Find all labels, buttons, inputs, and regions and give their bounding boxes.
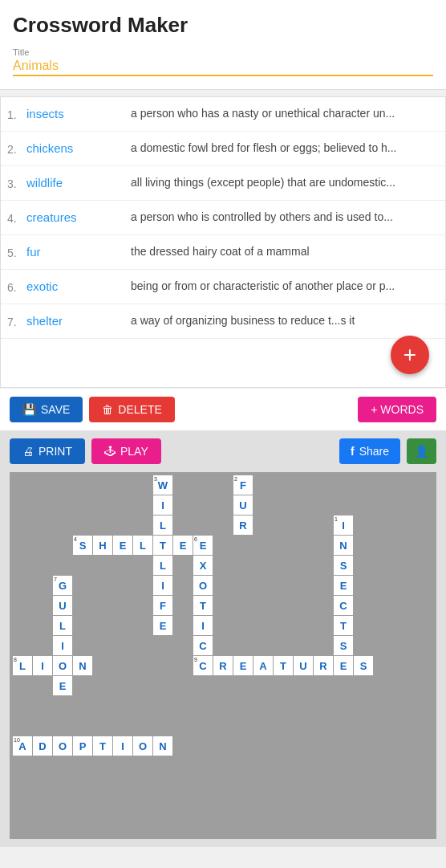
- user-icon: 👤: [415, 445, 428, 458]
- word-row-2: 2. chickens a domestic fowl bred for fle…: [1, 132, 445, 166]
- cell: [434, 776, 436, 796]
- cell: [414, 817, 433, 836]
- share-button[interactable]: f Share: [339, 438, 400, 464]
- cell: [394, 596, 413, 615]
- cell: [233, 556, 253, 575]
- cell: [274, 556, 293, 575]
- cell: [53, 696, 72, 715]
- cell: [53, 475, 72, 495]
- word-clue-6: being or from or characteristic of anoth…: [131, 279, 439, 292]
- cell: [374, 756, 393, 776]
- cell: T: [334, 616, 353, 635]
- delete-button[interactable]: 🗑 DELETE: [89, 397, 174, 422]
- add-words-button[interactable]: + WORDS: [358, 397, 436, 422]
- cell: [314, 495, 333, 515]
- word-text-5[interactable]: fur: [26, 245, 131, 259]
- cell: [13, 536, 32, 555]
- cell: [414, 576, 433, 595]
- cell: [374, 736, 393, 756]
- cell: [213, 817, 233, 836]
- cell: [153, 756, 172, 776]
- cell: [314, 596, 333, 615]
- cell: [394, 676, 413, 695]
- cell: [213, 516, 233, 535]
- word-text-6[interactable]: exotic: [26, 279, 131, 293]
- cell: [73, 636, 92, 655]
- cell: [414, 596, 433, 615]
- cell: [233, 616, 253, 635]
- cell: [173, 556, 193, 575]
- cell: [233, 576, 253, 595]
- cell: [354, 736, 373, 756]
- cell: [294, 616, 313, 635]
- cell: [394, 475, 413, 495]
- cell: [354, 696, 373, 715]
- cell: [33, 616, 52, 635]
- word-text-7[interactable]: shelter: [26, 314, 131, 328]
- cell: [253, 716, 273, 736]
- cell: I: [193, 616, 213, 635]
- cell: [213, 736, 233, 756]
- cell: [33, 516, 52, 535]
- cell: [334, 475, 353, 495]
- cell: [253, 736, 273, 756]
- cell: [314, 536, 333, 555]
- cell: [334, 756, 353, 776]
- cell: [93, 516, 112, 535]
- add-word-fab-button[interactable]: +: [391, 336, 429, 374]
- cell: [193, 756, 213, 776]
- cell: [294, 736, 313, 756]
- cell: [213, 716, 233, 736]
- cell: [33, 475, 52, 495]
- word-text-3[interactable]: wildlife: [26, 176, 131, 189]
- cell: I: [153, 576, 172, 595]
- cell: [133, 636, 152, 655]
- cell: [213, 696, 233, 715]
- play-button[interactable]: 🕹 PLAY: [91, 438, 161, 464]
- cell: [314, 817, 333, 836]
- cell: [294, 676, 313, 695]
- cell: [113, 576, 132, 595]
- word-clue-1: a person who has a nasty or unethical ch…: [131, 107, 439, 120]
- cell: [334, 797, 353, 816]
- cell: [133, 676, 152, 695]
- cell: [33, 776, 52, 796]
- word-row-4: 4. creatures a person who is controlled …: [1, 201, 445, 235]
- cell: [233, 536, 253, 555]
- word-text-1[interactable]: insects: [26, 107, 131, 120]
- cell: [294, 475, 313, 495]
- save-button[interactable]: 💾 SAVE: [10, 397, 83, 422]
- facebook-icon: f: [351, 445, 355, 458]
- cell: [133, 797, 152, 816]
- print-button[interactable]: 🖨 PRINT: [10, 438, 85, 464]
- user-button[interactable]: 👤: [407, 438, 436, 464]
- cell: [213, 596, 233, 615]
- gamepad-icon: 🕹: [104, 445, 116, 458]
- cell: [13, 596, 32, 615]
- cell: [394, 736, 413, 756]
- plus-icon: +: [403, 342, 416, 368]
- cell: [253, 797, 273, 816]
- cell: [394, 636, 413, 655]
- cell: [394, 556, 413, 575]
- cell: [374, 536, 393, 555]
- cell: [33, 495, 52, 515]
- cell: [213, 797, 233, 816]
- cell: [173, 817, 193, 836]
- title-input[interactable]: [13, 59, 433, 76]
- word-row-5: 5. fur the dressed hairy coat of a mamma…: [1, 235, 445, 270]
- cell: L: [53, 616, 72, 635]
- cell: I: [53, 636, 72, 655]
- cell: [73, 516, 92, 535]
- cell: [93, 596, 112, 615]
- cell: T: [153, 536, 172, 555]
- cell: N: [334, 536, 353, 555]
- cell: [193, 736, 213, 756]
- cell: [394, 536, 413, 555]
- word-text-2[interactable]: chickens: [26, 141, 131, 155]
- cell: [354, 797, 373, 816]
- cell: [213, 475, 233, 495]
- cell: [434, 596, 436, 615]
- cell: [434, 696, 436, 715]
- word-text-4[interactable]: creatures: [26, 210, 131, 224]
